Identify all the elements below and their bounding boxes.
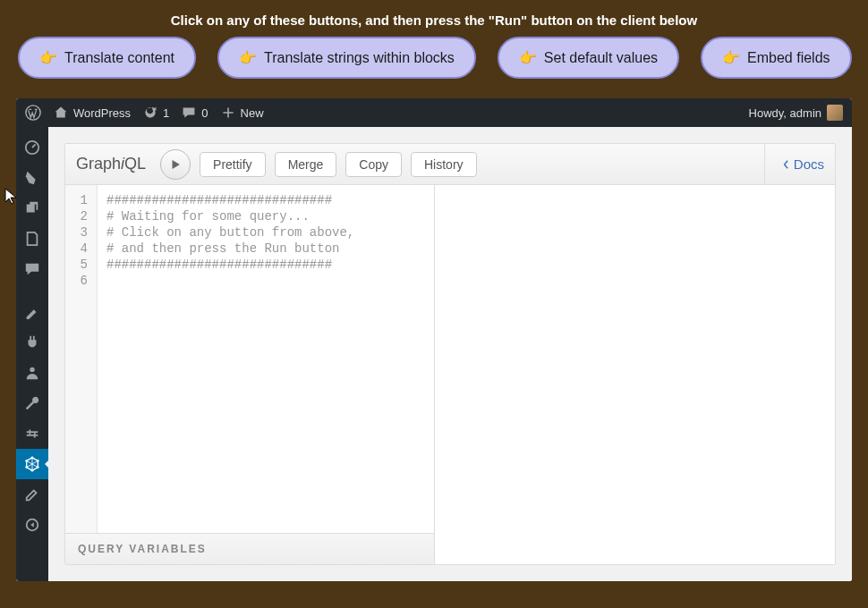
pill-label: Set default values bbox=[544, 50, 658, 66]
wp-sidebar bbox=[16, 127, 48, 581]
sidebar-pages[interactable] bbox=[16, 224, 48, 254]
comments-link[interactable]: 0 bbox=[182, 106, 208, 120]
svg-rect-5 bbox=[29, 430, 30, 435]
sidebar-collapse[interactable] bbox=[16, 510, 48, 540]
action-pill-row: 👉Translate content 👉Translate strings wi… bbox=[0, 37, 868, 98]
sidebar-graphql[interactable] bbox=[16, 449, 48, 479]
query-editor-pane: 123456 ############################### W… bbox=[65, 185, 435, 564]
new-label: New bbox=[241, 106, 264, 120]
sidebar-appearance[interactable] bbox=[16, 297, 48, 327]
merge-button[interactable]: Merge bbox=[275, 152, 337, 177]
prettify-button[interactable]: Prettify bbox=[200, 152, 266, 177]
point-right-icon: 👉 bbox=[239, 49, 257, 66]
play-icon bbox=[169, 158, 182, 171]
svg-point-11 bbox=[25, 466, 28, 469]
svg-point-10 bbox=[37, 460, 39, 462]
account-link[interactable]: Howdy, admin bbox=[749, 105, 843, 121]
sidebar-posts[interactable] bbox=[16, 163, 48, 193]
site-name-link[interactable]: WordPress bbox=[54, 106, 131, 120]
wordpress-icon bbox=[25, 105, 41, 121]
pill-translate-content[interactable]: 👉Translate content bbox=[18, 37, 196, 79]
sidebar-dashboard[interactable] bbox=[16, 132, 48, 163]
svg-point-9 bbox=[25, 460, 28, 462]
sidebar-users[interactable] bbox=[16, 358, 48, 388]
chevron-left-icon bbox=[781, 158, 790, 171]
wp-adminbar: WordPress 1 0 New Howdy, admin bbox=[16, 98, 852, 127]
graphiql-body: 123456 ############################### W… bbox=[65, 185, 835, 564]
sidebar-comments[interactable] bbox=[16, 254, 48, 284]
pill-label: Translate strings within blocks bbox=[264, 50, 455, 66]
sidebar-tools[interactable] bbox=[16, 388, 48, 418]
home-icon bbox=[54, 106, 68, 120]
svg-point-8 bbox=[31, 469, 34, 472]
pill-embed-fields[interactable]: 👉Embed fields bbox=[701, 37, 852, 79]
query-editor[interactable]: 123456 ############################### W… bbox=[65, 185, 434, 533]
copy-button[interactable]: Copy bbox=[345, 152, 402, 177]
plus-icon bbox=[221, 106, 235, 120]
pill-translate-strings[interactable]: 👉Translate strings within blocks bbox=[217, 37, 476, 79]
site-name-label: WordPress bbox=[73, 106, 131, 120]
code-lines: ############################### Waiting … bbox=[98, 185, 363, 533]
run-button[interactable] bbox=[160, 149, 191, 180]
updates-count: 1 bbox=[163, 106, 169, 120]
results-pane bbox=[435, 185, 835, 564]
sidebar-plugins[interactable] bbox=[16, 327, 48, 358]
svg-point-0 bbox=[26, 106, 40, 120]
graphiql-topbar: GraphiQL Prettify Merge Copy History Doc… bbox=[65, 144, 835, 185]
new-link[interactable]: New bbox=[221, 106, 264, 120]
pill-label: Translate content bbox=[64, 50, 174, 66]
svg-point-2 bbox=[30, 367, 34, 372]
line-gutter: 123456 bbox=[65, 185, 98, 533]
pill-set-default-values[interactable]: 👉Set default values bbox=[498, 37, 679, 79]
wordpress-admin-frame: WordPress 1 0 New Howdy, admin bbox=[16, 98, 852, 581]
comments-count: 0 bbox=[201, 106, 208, 120]
avatar-icon bbox=[827, 105, 843, 121]
pill-label: Embed fields bbox=[747, 50, 830, 66]
sidebar-settings[interactable] bbox=[16, 418, 48, 449]
svg-rect-6 bbox=[34, 433, 36, 437]
wp-logo[interactable] bbox=[25, 105, 41, 121]
svg-point-7 bbox=[31, 456, 34, 459]
sidebar-media[interactable] bbox=[16, 193, 48, 224]
updates-link[interactable]: 1 bbox=[143, 106, 169, 120]
graphiql-container: GraphiQL Prettify Merge Copy History Doc… bbox=[64, 143, 836, 565]
sidebar-edit[interactable] bbox=[16, 479, 48, 510]
svg-rect-3 bbox=[27, 431, 38, 433]
graphiql-logo: GraphiQL bbox=[76, 155, 146, 173]
query-variables-bar[interactable]: QUERY VARIABLES bbox=[65, 533, 434, 564]
point-right-icon: 👉 bbox=[722, 49, 740, 66]
refresh-icon bbox=[143, 106, 157, 120]
comment-icon bbox=[182, 106, 196, 120]
wp-body: GraphiQL Prettify Merge Copy History Doc… bbox=[16, 127, 852, 581]
instruction-text: Click on any of these buttons, and then … bbox=[0, 0, 868, 37]
greeting-label: Howdy, admin bbox=[749, 106, 821, 120]
docs-toggle[interactable]: Docs bbox=[764, 144, 824, 184]
point-right-icon: 👉 bbox=[39, 49, 57, 66]
docs-label: Docs bbox=[794, 156, 824, 172]
point-right-icon: 👉 bbox=[519, 49, 537, 66]
history-button[interactable]: History bbox=[411, 152, 477, 177]
svg-point-12 bbox=[37, 466, 39, 469]
svg-rect-4 bbox=[27, 435, 38, 436]
